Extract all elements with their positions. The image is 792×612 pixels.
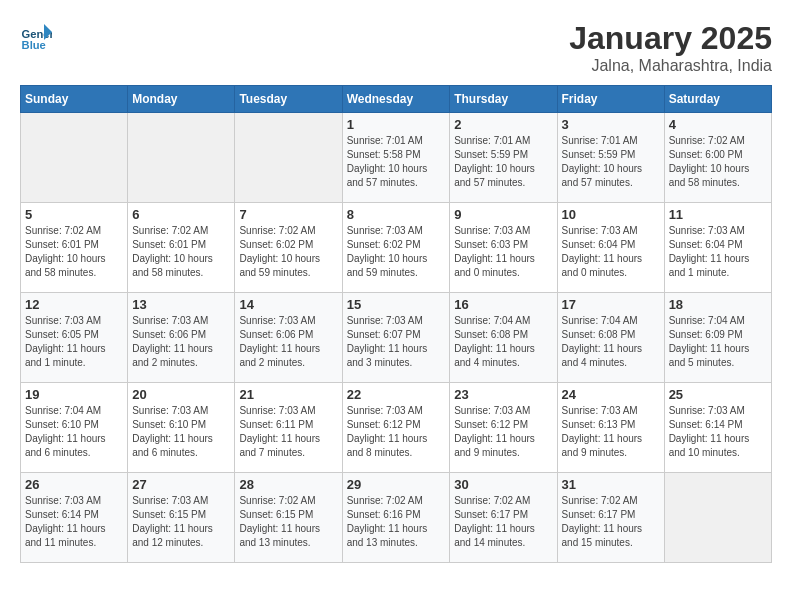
day-number: 13 — [132, 297, 230, 312]
calendar-day-cell: 13 Sunrise: 7:03 AM Sunset: 6:06 PM Dayl… — [128, 293, 235, 383]
day-number: 25 — [669, 387, 767, 402]
calendar-day-cell: 31 Sunrise: 7:02 AM Sunset: 6:17 PM Dayl… — [557, 473, 664, 563]
calendar-day-cell: 5 Sunrise: 7:02 AM Sunset: 6:01 PM Dayli… — [21, 203, 128, 293]
title-area: January 2025 Jalna, Maharashtra, India — [569, 20, 772, 75]
calendar-day-cell: 9 Sunrise: 7:03 AM Sunset: 6:03 PM Dayli… — [450, 203, 557, 293]
weekday-header-row: Sunday Monday Tuesday Wednesday Thursday… — [21, 86, 772, 113]
day-number: 18 — [669, 297, 767, 312]
page-subtitle: Jalna, Maharashtra, India — [569, 57, 772, 75]
day-info: Sunrise: 7:03 AM Sunset: 6:06 PM Dayligh… — [132, 314, 230, 370]
calendar-day-cell: 20 Sunrise: 7:03 AM Sunset: 6:10 PM Dayl… — [128, 383, 235, 473]
header-sunday: Sunday — [21, 86, 128, 113]
day-info: Sunrise: 7:03 AM Sunset: 6:10 PM Dayligh… — [132, 404, 230, 460]
calendar-day-cell: 30 Sunrise: 7:02 AM Sunset: 6:17 PM Dayl… — [450, 473, 557, 563]
calendar-day-cell: 22 Sunrise: 7:03 AM Sunset: 6:12 PM Dayl… — [342, 383, 450, 473]
day-number: 16 — [454, 297, 552, 312]
day-number: 21 — [239, 387, 337, 402]
calendar-day-cell: 1 Sunrise: 7:01 AM Sunset: 5:58 PM Dayli… — [342, 113, 450, 203]
day-number: 12 — [25, 297, 123, 312]
calendar-day-cell: 21 Sunrise: 7:03 AM Sunset: 6:11 PM Dayl… — [235, 383, 342, 473]
header-thursday: Thursday — [450, 86, 557, 113]
day-number: 17 — [562, 297, 660, 312]
day-info: Sunrise: 7:02 AM Sunset: 6:02 PM Dayligh… — [239, 224, 337, 280]
page-title: January 2025 — [569, 20, 772, 57]
day-number: 20 — [132, 387, 230, 402]
calendar-day-cell: 3 Sunrise: 7:01 AM Sunset: 5:59 PM Dayli… — [557, 113, 664, 203]
calendar-week-row: 5 Sunrise: 7:02 AM Sunset: 6:01 PM Dayli… — [21, 203, 772, 293]
calendar-day-cell — [664, 473, 771, 563]
day-number: 31 — [562, 477, 660, 492]
day-number: 26 — [25, 477, 123, 492]
page-header: General Blue January 2025 Jalna, Maharas… — [20, 20, 772, 75]
day-info: Sunrise: 7:04 AM Sunset: 6:08 PM Dayligh… — [562, 314, 660, 370]
header-friday: Friday — [557, 86, 664, 113]
day-number: 27 — [132, 477, 230, 492]
day-info: Sunrise: 7:02 AM Sunset: 6:17 PM Dayligh… — [562, 494, 660, 550]
calendar-day-cell: 2 Sunrise: 7:01 AM Sunset: 5:59 PM Dayli… — [450, 113, 557, 203]
day-info: Sunrise: 7:03 AM Sunset: 6:14 PM Dayligh… — [25, 494, 123, 550]
day-info: Sunrise: 7:02 AM Sunset: 6:00 PM Dayligh… — [669, 134, 767, 190]
calendar-day-cell: 25 Sunrise: 7:03 AM Sunset: 6:14 PM Dayl… — [664, 383, 771, 473]
calendar-day-cell: 14 Sunrise: 7:03 AM Sunset: 6:06 PM Dayl… — [235, 293, 342, 383]
day-number: 19 — [25, 387, 123, 402]
day-number: 15 — [347, 297, 446, 312]
calendar-week-row: 12 Sunrise: 7:03 AM Sunset: 6:05 PM Dayl… — [21, 293, 772, 383]
calendar-day-cell: 23 Sunrise: 7:03 AM Sunset: 6:12 PM Dayl… — [450, 383, 557, 473]
calendar-day-cell: 19 Sunrise: 7:04 AM Sunset: 6:10 PM Dayl… — [21, 383, 128, 473]
header-tuesday: Tuesday — [235, 86, 342, 113]
day-number: 10 — [562, 207, 660, 222]
calendar-day-cell — [128, 113, 235, 203]
day-info: Sunrise: 7:02 AM Sunset: 6:17 PM Dayligh… — [454, 494, 552, 550]
day-info: Sunrise: 7:02 AM Sunset: 6:15 PM Dayligh… — [239, 494, 337, 550]
day-number: 24 — [562, 387, 660, 402]
day-info: Sunrise: 7:01 AM Sunset: 5:59 PM Dayligh… — [454, 134, 552, 190]
calendar-day-cell: 7 Sunrise: 7:02 AM Sunset: 6:02 PM Dayli… — [235, 203, 342, 293]
day-number: 1 — [347, 117, 446, 132]
day-info: Sunrise: 7:02 AM Sunset: 6:16 PM Dayligh… — [347, 494, 446, 550]
day-info: Sunrise: 7:03 AM Sunset: 6:12 PM Dayligh… — [347, 404, 446, 460]
calendar-week-row: 19 Sunrise: 7:04 AM Sunset: 6:10 PM Dayl… — [21, 383, 772, 473]
day-info: Sunrise: 7:04 AM Sunset: 6:08 PM Dayligh… — [454, 314, 552, 370]
calendar-day-cell: 27 Sunrise: 7:03 AM Sunset: 6:15 PM Dayl… — [128, 473, 235, 563]
calendar-day-cell: 6 Sunrise: 7:02 AM Sunset: 6:01 PM Dayli… — [128, 203, 235, 293]
day-info: Sunrise: 7:03 AM Sunset: 6:13 PM Dayligh… — [562, 404, 660, 460]
day-info: Sunrise: 7:01 AM Sunset: 5:58 PM Dayligh… — [347, 134, 446, 190]
day-number: 14 — [239, 297, 337, 312]
calendar-day-cell: 17 Sunrise: 7:04 AM Sunset: 6:08 PM Dayl… — [557, 293, 664, 383]
day-info: Sunrise: 7:03 AM Sunset: 6:14 PM Dayligh… — [669, 404, 767, 460]
calendar-day-cell: 16 Sunrise: 7:04 AM Sunset: 6:08 PM Dayl… — [450, 293, 557, 383]
calendar-day-cell — [21, 113, 128, 203]
logo-icon: General Blue — [20, 20, 52, 52]
calendar-day-cell: 29 Sunrise: 7:02 AM Sunset: 6:16 PM Dayl… — [342, 473, 450, 563]
day-number: 22 — [347, 387, 446, 402]
day-info: Sunrise: 7:03 AM Sunset: 6:03 PM Dayligh… — [454, 224, 552, 280]
day-info: Sunrise: 7:04 AM Sunset: 6:09 PM Dayligh… — [669, 314, 767, 370]
day-info: Sunrise: 7:02 AM Sunset: 6:01 PM Dayligh… — [132, 224, 230, 280]
day-info: Sunrise: 7:03 AM Sunset: 6:12 PM Dayligh… — [454, 404, 552, 460]
logo: General Blue — [20, 20, 52, 52]
svg-text:Blue: Blue — [22, 39, 46, 51]
header-monday: Monday — [128, 86, 235, 113]
day-number: 2 — [454, 117, 552, 132]
day-info: Sunrise: 7:03 AM Sunset: 6:07 PM Dayligh… — [347, 314, 446, 370]
day-number: 23 — [454, 387, 552, 402]
header-saturday: Saturday — [664, 86, 771, 113]
day-number: 30 — [454, 477, 552, 492]
calendar-day-cell: 10 Sunrise: 7:03 AM Sunset: 6:04 PM Dayl… — [557, 203, 664, 293]
day-number: 8 — [347, 207, 446, 222]
calendar-week-row: 26 Sunrise: 7:03 AM Sunset: 6:14 PM Dayl… — [21, 473, 772, 563]
day-info: Sunrise: 7:03 AM Sunset: 6:15 PM Dayligh… — [132, 494, 230, 550]
day-info: Sunrise: 7:03 AM Sunset: 6:06 PM Dayligh… — [239, 314, 337, 370]
day-number: 4 — [669, 117, 767, 132]
day-info: Sunrise: 7:03 AM Sunset: 6:02 PM Dayligh… — [347, 224, 446, 280]
day-number: 9 — [454, 207, 552, 222]
calendar-day-cell: 11 Sunrise: 7:03 AM Sunset: 6:04 PM Dayl… — [664, 203, 771, 293]
day-info: Sunrise: 7:02 AM Sunset: 6:01 PM Dayligh… — [25, 224, 123, 280]
calendar-day-cell — [235, 113, 342, 203]
day-number: 6 — [132, 207, 230, 222]
calendar-day-cell: 24 Sunrise: 7:03 AM Sunset: 6:13 PM Dayl… — [557, 383, 664, 473]
calendar-day-cell: 18 Sunrise: 7:04 AM Sunset: 6:09 PM Dayl… — [664, 293, 771, 383]
calendar-table: Sunday Monday Tuesday Wednesday Thursday… — [20, 85, 772, 563]
calendar-day-cell: 4 Sunrise: 7:02 AM Sunset: 6:00 PM Dayli… — [664, 113, 771, 203]
day-number: 29 — [347, 477, 446, 492]
